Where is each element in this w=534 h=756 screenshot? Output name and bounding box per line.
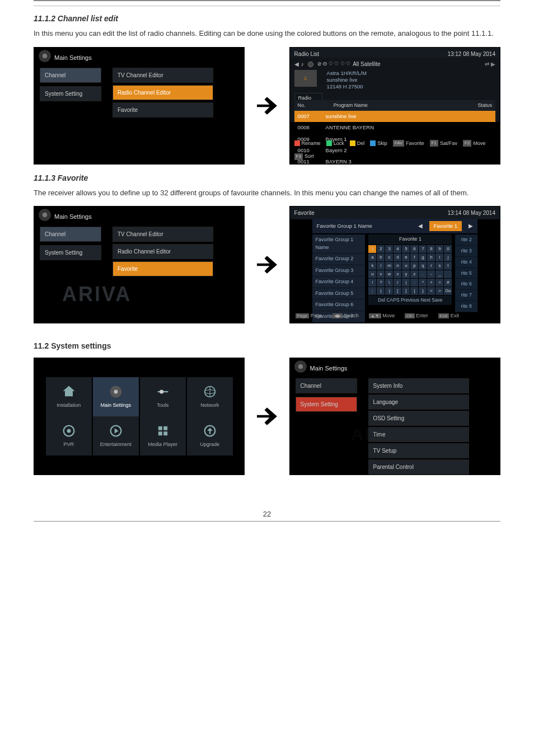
- svg-point-6: [114, 390, 118, 394]
- grid-icon: [155, 423, 171, 439]
- tile-main-settings[interactable]: Main Settings: [93, 377, 139, 416]
- svg-point-21: [298, 364, 303, 369]
- tile-installation[interactable]: Installation: [46, 377, 92, 416]
- slider-icon: [155, 384, 171, 400]
- ariva-watermark: ARIVA: [62, 279, 132, 309]
- sidebar-item-system-setting[interactable]: System Setting: [40, 245, 101, 260]
- list-item[interactable]: 0007sunshine live: [294, 111, 495, 122]
- globe-icon: [202, 384, 218, 400]
- list-item[interactable]: Favorite Group 6: [312, 299, 366, 311]
- record-icon: [61, 423, 77, 439]
- on-screen-keyboard[interactable]: Favorite 1 1234567890 abcdefghij klmnopq…: [368, 234, 452, 323]
- gear-icon: [38, 49, 52, 63]
- list-item[interactable]: Favorite Group 1 Name: [312, 234, 366, 253]
- svg-point-1: [43, 53, 48, 58]
- screenshot-main-settings-channel: Main Settings Channel System Setting TV …: [34, 47, 245, 165]
- play-icon: [108, 423, 124, 439]
- upgrade-icon: [202, 423, 218, 439]
- satfav-action[interactable]: Sat/Fav: [440, 140, 457, 148]
- submenu-favorite[interactable]: Favorite: [113, 261, 213, 276]
- move-action[interactable]: Move: [382, 313, 395, 318]
- svg-point-4: [43, 213, 48, 218]
- sort-action[interactable]: Sort: [305, 153, 314, 161]
- rename-action[interactable]: Rename: [302, 140, 321, 148]
- list-item[interactable]: Favorite Group 5: [312, 288, 366, 300]
- heading-favorite: 11.1.3 Favorite: [34, 172, 500, 184]
- current-station: sunshine live: [327, 77, 367, 83]
- gear-icon: [293, 359, 308, 374]
- tile-network[interactable]: Network: [187, 377, 233, 416]
- heading-system-settings: 11.2 System settings: [34, 340, 500, 352]
- submenu-radio-channel-editor[interactable]: Radio Channel Editor: [113, 244, 213, 259]
- sidebar-item-system-setting[interactable]: System Setting: [40, 86, 101, 101]
- heart-icon: [306, 60, 315, 69]
- radio-list-title: Radio List: [294, 50, 319, 58]
- heading-channel-list-edit: 11.1.2 Channel list edit: [34, 13, 500, 25]
- enter-action[interactable]: Enter: [416, 313, 428, 318]
- svg-rect-18: [163, 431, 167, 435]
- note-icon: ♪: [301, 60, 304, 68]
- screenshot-favorite-edit: Favorite 13:14 08 May 2014 Favorite Grou…: [289, 206, 500, 323]
- submenu-language[interactable]: Language: [368, 395, 469, 410]
- list-item[interactable]: 0008ANTENNE BAYERN: [294, 122, 495, 133]
- svg-point-2: [308, 62, 313, 67]
- submenu-radio-channel-editor[interactable]: Radio Channel Editor: [113, 85, 213, 100]
- submenu-favorite[interactable]: Favorite: [113, 102, 213, 118]
- freq-line: 12148 H 27500: [327, 83, 367, 90]
- svg-point-8: [160, 390, 163, 394]
- sidebar-item-channel[interactable]: Channel: [40, 68, 101, 83]
- favorite-selected-chip[interactable]: Favorite 1: [429, 221, 462, 231]
- list-item[interactable]: Favorite Group 4: [312, 276, 366, 288]
- favorite-groups: Favorite Group 1 Name Favorite Group 2 F…: [312, 234, 366, 323]
- sidebar-item-channel[interactable]: Channel: [40, 227, 101, 242]
- arrow-icon: [249, 250, 284, 280]
- screenshot-system-setting-menu: Main Settings Channel System Setting Sys…: [289, 358, 500, 475]
- favorite-values: rite 2 rite 3 rite 4 rite 5 rite 6 rite …: [455, 234, 477, 323]
- tile-entertainment[interactable]: Entertainment: [93, 416, 139, 456]
- move-action[interactable]: Move: [473, 140, 485, 148]
- svg-rect-16: [163, 426, 167, 430]
- lock-action[interactable]: Lock: [334, 140, 344, 148]
- tile-tools[interactable]: Tools: [140, 377, 186, 416]
- gear-icon: [108, 384, 124, 400]
- arrow-icon: [249, 401, 284, 431]
- switch-action[interactable]: Switch: [344, 313, 359, 318]
- list-item[interactable]: Favorite Group 8: [312, 322, 366, 323]
- tile-pvr[interactable]: PVR: [46, 416, 92, 456]
- gear-icon: [38, 208, 52, 222]
- page-number: 22: [34, 509, 500, 520]
- favorite-action[interactable]: Favorite: [406, 140, 424, 148]
- tile-upgrade[interactable]: Upgrade: [187, 416, 233, 456]
- sat-line: Astra 1H/KR/L/M: [327, 70, 367, 77]
- paragraph-1113: The receiver allows you to define up to …: [34, 187, 500, 199]
- main-settings-title: Main Settings: [54, 53, 92, 63]
- list-item[interactable]: Favorite Group 2: [312, 253, 366, 265]
- ariva-watermark: ARIVA: [352, 421, 411, 447]
- submenu-system-info[interactable]: System Info: [368, 378, 469, 393]
- screenshot-home-grid: Installation Main Settings Tools Network: [34, 358, 245, 475]
- submenu-tv-channel-editor[interactable]: TV Channel Editor: [113, 227, 213, 242]
- del-action[interactable]: Del: [357, 140, 365, 148]
- arrow-icon: [249, 91, 284, 121]
- all-satellite-label: All Satellite: [353, 60, 380, 68]
- submenu-parental-control[interactable]: Parental Control: [368, 459, 469, 475]
- skip-action[interactable]: Skip: [377, 140, 387, 148]
- list-item[interactable]: Favorite Group 3: [312, 265, 366, 277]
- home-icon: [61, 384, 77, 400]
- sidebar-item-system-setting[interactable]: System Setting: [296, 397, 357, 412]
- paragraph-1112: In this menu you can edit the list of ra…: [34, 28, 500, 39]
- screenshot-radio-list: Radio List 13:12 08 May 2014 ◀ ♪ ⊘ Θ ♡ ♡…: [289, 47, 500, 165]
- sidebar-item-channel[interactable]: Channel: [296, 378, 357, 393]
- svg-point-13: [67, 429, 71, 433]
- tile-media-player[interactable]: Media Player: [140, 416, 186, 456]
- svg-rect-17: [158, 431, 162, 435]
- radio-list-datetime: 13:12 08 May 2014: [447, 50, 495, 58]
- exit-action[interactable]: Exit: [451, 313, 459, 318]
- submenu-tv-channel-editor[interactable]: TV Channel Editor: [113, 68, 213, 83]
- screenshot-main-settings-favorite: Main Settings Channel System Setting TV …: [34, 206, 245, 323]
- svg-rect-15: [158, 426, 162, 430]
